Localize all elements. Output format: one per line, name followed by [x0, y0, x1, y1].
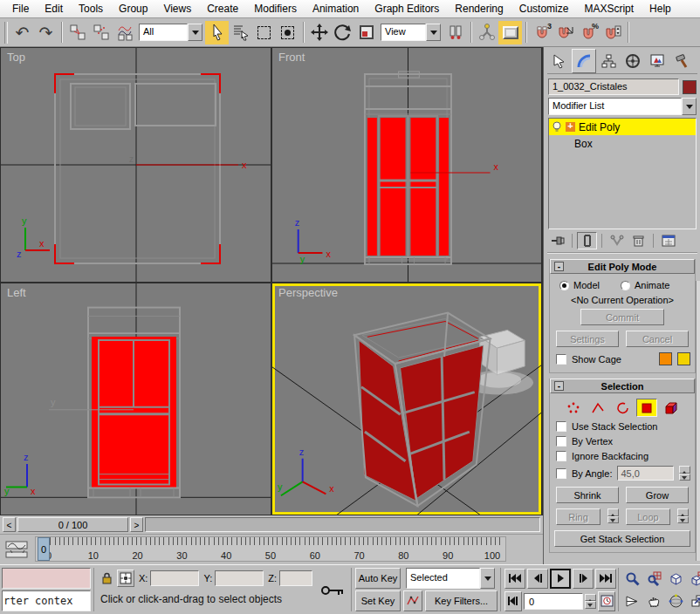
- zoom-button[interactable]: [621, 568, 642, 590]
- menu-maxscript[interactable]: MAXScript: [576, 0, 642, 17]
- select-object-button[interactable]: [205, 21, 229, 44]
- spinner-snap-button[interactable]: [600, 21, 624, 44]
- frame-spinner[interactable]: [585, 594, 596, 609]
- ring-spinner[interactable]: [607, 508, 619, 523]
- viewport-perspective[interactable]: Perspective: [272, 283, 541, 515]
- time-slider-prev-button[interactable]: <: [3, 517, 16, 532]
- modifier-list-arrow-icon[interactable]: [682, 98, 697, 115]
- shrink-button[interactable]: Shrink: [556, 487, 619, 503]
- set-key-button[interactable]: Set Key: [355, 590, 401, 611]
- select-and-scale-button[interactable]: [354, 21, 378, 44]
- y-coordinate-field[interactable]: [215, 570, 264, 586]
- modifier-stack[interactable]: + Edit Poly Box: [548, 118, 697, 229]
- menu-views[interactable]: Views: [155, 0, 199, 17]
- auto-key-button[interactable]: Auto Key: [355, 568, 401, 589]
- viewport-left[interactable]: Left: [1, 283, 271, 515]
- unlink-selection-button[interactable]: [89, 21, 113, 44]
- commit-button[interactable]: Commit: [580, 309, 664, 325]
- coord-system-arrow-icon[interactable]: [426, 24, 441, 41]
- edge-subobject-button[interactable]: [587, 399, 608, 417]
- play-button[interactable]: [550, 569, 571, 589]
- time-slider-next-button[interactable]: >: [130, 517, 143, 532]
- key-filter-set-arrow-icon[interactable]: [480, 568, 495, 589]
- by-angle-checkbox[interactable]: [556, 468, 566, 479]
- percent-snap-button[interactable]: %: [577, 21, 600, 44]
- key-mode-toggle-button[interactable]: [504, 591, 522, 611]
- listener-macro-pane[interactable]: [2, 568, 91, 589]
- next-frame-button[interactable]: [573, 569, 594, 589]
- model-radio[interactable]: [559, 281, 569, 290]
- open-mini-curve-editor-button[interactable]: [0, 535, 33, 564]
- remove-modifier-button[interactable]: [628, 232, 649, 249]
- rectangular-selection-region-button[interactable]: [252, 21, 276, 44]
- selection-filter-arrow-icon[interactable]: [188, 24, 202, 41]
- tab-create[interactable]: [547, 49, 572, 73]
- by-angle-field[interactable]: 45,0: [617, 466, 674, 481]
- time-slider-thumb[interactable]: 0 / 100: [17, 517, 128, 532]
- min-max-toggle-button[interactable]: [687, 590, 700, 612]
- track-bar-ruler[interactable]: 0 10 20 30 40 50 60 70 80 90 100 0: [35, 536, 506, 562]
- tab-hierarchy[interactable]: [596, 49, 621, 73]
- by-angle-spinner[interactable]: [679, 466, 690, 481]
- menu-create[interactable]: Create: [199, 0, 246, 17]
- animate-radio[interactable]: [621, 281, 630, 290]
- select-and-manipulate-button[interactable]: [475, 21, 498, 44]
- settings-button[interactable]: Settings: [556, 331, 619, 347]
- command-panel-scrollbar[interactable]: [696, 281, 700, 561]
- rollout-selection-header[interactable]: - Selection: [550, 379, 695, 393]
- z-coordinate-field[interactable]: [279, 570, 312, 586]
- stack-item-edit-poly[interactable]: + Edit Poly: [549, 119, 696, 135]
- cage-selected-color-swatch[interactable]: [677, 352, 690, 365]
- redo-button[interactable]: ↷: [34, 21, 58, 44]
- menu-modifiers[interactable]: Modifiers: [246, 0, 305, 17]
- track-bar-current-frame-thumb[interactable]: 0: [38, 537, 50, 561]
- expand-subobjects-icon[interactable]: +: [566, 122, 575, 132]
- tab-utilities[interactable]: [669, 49, 694, 73]
- angle-snap-button[interactable]: [553, 21, 577, 44]
- show-cage-checkbox[interactable]: [556, 354, 566, 365]
- bind-to-space-warp-button[interactable]: [113, 21, 136, 44]
- tab-modify[interactable]: [572, 49, 596, 73]
- select-and-rotate-button[interactable]: [331, 21, 354, 44]
- window-crossing-button[interactable]: [276, 21, 299, 44]
- object-color-swatch[interactable]: [683, 80, 697, 94]
- zoom-extents-all-button[interactable]: [687, 568, 700, 590]
- tab-motion[interactable]: [621, 49, 645, 73]
- get-stack-selection-button[interactable]: Get Stack Selection: [554, 530, 690, 547]
- keyboard-entry-button[interactable]: [319, 580, 347, 601]
- selection-filter-dropdown[interactable]: All: [139, 24, 202, 41]
- go-to-start-button[interactable]: [504, 569, 525, 589]
- keyboard-override-toggle-button[interactable]: [498, 21, 522, 44]
- vertex-subobject-button[interactable]: [563, 399, 584, 417]
- element-subobject-button[interactable]: [661, 399, 682, 417]
- menu-file[interactable]: File: [4, 0, 37, 17]
- show-end-result-button[interactable]: [577, 232, 597, 249]
- absolute-mode-button[interactable]: [117, 570, 134, 587]
- go-to-end-button[interactable]: [595, 569, 616, 589]
- tab-display[interactable]: [645, 49, 669, 73]
- ignore-backfacing-checkbox[interactable]: [556, 451, 566, 461]
- menu-tools[interactable]: Tools: [71, 0, 111, 17]
- select-and-link-button[interactable]: [65, 21, 89, 44]
- cancel-button[interactable]: Cancel: [626, 331, 689, 347]
- rollout-edit-poly-mode-header[interactable]: - Edit Poly Mode: [550, 259, 695, 274]
- maxscript-mini-listener[interactable]: rter contex: [2, 568, 91, 611]
- cage-color-swatch[interactable]: [659, 352, 672, 365]
- key-filters-button[interactable]: Key Filters...: [425, 590, 498, 611]
- modifier-list-dropdown[interactable]: Modifier List: [548, 98, 697, 115]
- loop-spinner[interactable]: [677, 508, 689, 523]
- selection-lock-button[interactable]: [99, 570, 114, 587]
- pin-stack-button[interactable]: [547, 232, 567, 249]
- menu-customize[interactable]: Customize: [511, 0, 577, 17]
- arc-rotate-button[interactable]: [665, 590, 686, 612]
- reference-coordinate-system-dropdown[interactable]: View: [381, 24, 441, 41]
- zoom-all-button[interactable]: [643, 568, 664, 590]
- time-slider-track[interactable]: [145, 517, 540, 532]
- ring-button[interactable]: Ring: [556, 508, 600, 525]
- menu-help[interactable]: Help: [642, 0, 679, 17]
- make-unique-button[interactable]: [607, 232, 627, 249]
- listener-output-pane[interactable]: rter contex: [2, 590, 91, 611]
- zoom-extents-button[interactable]: [665, 568, 686, 590]
- by-vertex-checkbox[interactable]: [556, 436, 566, 447]
- default-in-out-tangents-button[interactable]: [403, 590, 422, 611]
